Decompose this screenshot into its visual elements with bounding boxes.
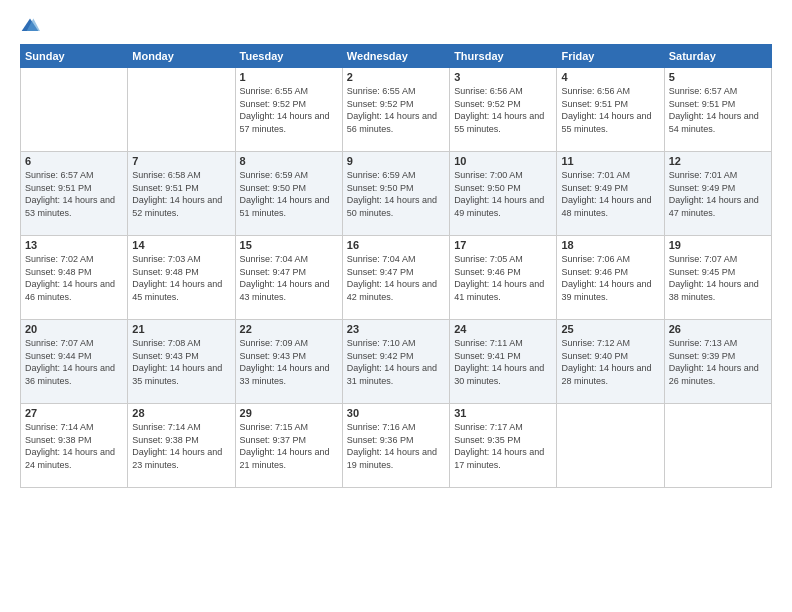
day-number: 3 (454, 71, 552, 83)
day-number: 24 (454, 323, 552, 335)
day-header-wednesday: Wednesday (342, 45, 449, 68)
day-info: Sunrise: 7:01 AMSunset: 9:49 PMDaylight:… (561, 169, 659, 219)
day-info: Sunrise: 7:14 AMSunset: 9:38 PMDaylight:… (132, 421, 230, 471)
day-number: 11 (561, 155, 659, 167)
calendar-cell: 29Sunrise: 7:15 AMSunset: 9:37 PMDayligh… (235, 404, 342, 488)
day-number: 9 (347, 155, 445, 167)
day-info: Sunrise: 7:11 AMSunset: 9:41 PMDaylight:… (454, 337, 552, 387)
calendar-page: SundayMondayTuesdayWednesdayThursdayFrid… (0, 0, 792, 612)
calendar-cell: 21Sunrise: 7:08 AMSunset: 9:43 PMDayligh… (128, 320, 235, 404)
day-info: Sunrise: 7:17 AMSunset: 9:35 PMDaylight:… (454, 421, 552, 471)
day-info: Sunrise: 7:04 AMSunset: 9:47 PMDaylight:… (240, 253, 338, 303)
calendar-cell: 23Sunrise: 7:10 AMSunset: 9:42 PMDayligh… (342, 320, 449, 404)
day-header-thursday: Thursday (450, 45, 557, 68)
calendar-cell: 6Sunrise: 6:57 AMSunset: 9:51 PMDaylight… (21, 152, 128, 236)
day-info: Sunrise: 7:00 AMSunset: 9:50 PMDaylight:… (454, 169, 552, 219)
calendar-cell: 10Sunrise: 7:00 AMSunset: 9:50 PMDayligh… (450, 152, 557, 236)
day-info: Sunrise: 7:05 AMSunset: 9:46 PMDaylight:… (454, 253, 552, 303)
calendar-cell: 3Sunrise: 6:56 AMSunset: 9:52 PMDaylight… (450, 68, 557, 152)
calendar-week-row: 6Sunrise: 6:57 AMSunset: 9:51 PMDaylight… (21, 152, 772, 236)
calendar-cell (21, 68, 128, 152)
calendar-cell: 22Sunrise: 7:09 AMSunset: 9:43 PMDayligh… (235, 320, 342, 404)
calendar-cell: 9Sunrise: 6:59 AMSunset: 9:50 PMDaylight… (342, 152, 449, 236)
day-info: Sunrise: 7:01 AMSunset: 9:49 PMDaylight:… (669, 169, 767, 219)
calendar-cell: 25Sunrise: 7:12 AMSunset: 9:40 PMDayligh… (557, 320, 664, 404)
day-header-saturday: Saturday (664, 45, 771, 68)
day-header-friday: Friday (557, 45, 664, 68)
calendar-cell (664, 404, 771, 488)
calendar-cell: 24Sunrise: 7:11 AMSunset: 9:41 PMDayligh… (450, 320, 557, 404)
day-number: 7 (132, 155, 230, 167)
calendar-week-row: 20Sunrise: 7:07 AMSunset: 9:44 PMDayligh… (21, 320, 772, 404)
day-number: 5 (669, 71, 767, 83)
day-info: Sunrise: 7:06 AMSunset: 9:46 PMDaylight:… (561, 253, 659, 303)
calendar-cell: 18Sunrise: 7:06 AMSunset: 9:46 PMDayligh… (557, 236, 664, 320)
day-number: 17 (454, 239, 552, 251)
day-info: Sunrise: 6:55 AMSunset: 9:52 PMDaylight:… (240, 85, 338, 135)
day-info: Sunrise: 7:07 AMSunset: 9:44 PMDaylight:… (25, 337, 123, 387)
calendar-cell: 16Sunrise: 7:04 AMSunset: 9:47 PMDayligh… (342, 236, 449, 320)
day-info: Sunrise: 7:04 AMSunset: 9:47 PMDaylight:… (347, 253, 445, 303)
calendar-week-row: 1Sunrise: 6:55 AMSunset: 9:52 PMDaylight… (21, 68, 772, 152)
day-number: 23 (347, 323, 445, 335)
calendar-cell: 1Sunrise: 6:55 AMSunset: 9:52 PMDaylight… (235, 68, 342, 152)
day-number: 22 (240, 323, 338, 335)
day-header-tuesday: Tuesday (235, 45, 342, 68)
calendar-week-row: 13Sunrise: 7:02 AMSunset: 9:48 PMDayligh… (21, 236, 772, 320)
day-info: Sunrise: 7:14 AMSunset: 9:38 PMDaylight:… (25, 421, 123, 471)
calendar-cell: 17Sunrise: 7:05 AMSunset: 9:46 PMDayligh… (450, 236, 557, 320)
day-info: Sunrise: 7:13 AMSunset: 9:39 PMDaylight:… (669, 337, 767, 387)
calendar-cell: 2Sunrise: 6:55 AMSunset: 9:52 PMDaylight… (342, 68, 449, 152)
calendar-header-row: SundayMondayTuesdayWednesdayThursdayFrid… (21, 45, 772, 68)
logo-icon (20, 16, 40, 36)
calendar-cell: 5Sunrise: 6:57 AMSunset: 9:51 PMDaylight… (664, 68, 771, 152)
day-number: 16 (347, 239, 445, 251)
day-number: 20 (25, 323, 123, 335)
day-info: Sunrise: 7:03 AMSunset: 9:48 PMDaylight:… (132, 253, 230, 303)
logo (20, 16, 44, 36)
day-info: Sunrise: 6:59 AMSunset: 9:50 PMDaylight:… (347, 169, 445, 219)
calendar-cell: 4Sunrise: 6:56 AMSunset: 9:51 PMDaylight… (557, 68, 664, 152)
day-number: 14 (132, 239, 230, 251)
day-number: 1 (240, 71, 338, 83)
day-info: Sunrise: 7:12 AMSunset: 9:40 PMDaylight:… (561, 337, 659, 387)
day-info: Sunrise: 7:16 AMSunset: 9:36 PMDaylight:… (347, 421, 445, 471)
calendar-cell: 15Sunrise: 7:04 AMSunset: 9:47 PMDayligh… (235, 236, 342, 320)
day-number: 12 (669, 155, 767, 167)
day-number: 18 (561, 239, 659, 251)
day-number: 25 (561, 323, 659, 335)
calendar-cell: 19Sunrise: 7:07 AMSunset: 9:45 PMDayligh… (664, 236, 771, 320)
calendar-cell: 30Sunrise: 7:16 AMSunset: 9:36 PMDayligh… (342, 404, 449, 488)
day-number: 6 (25, 155, 123, 167)
day-info: Sunrise: 6:58 AMSunset: 9:51 PMDaylight:… (132, 169, 230, 219)
day-number: 27 (25, 407, 123, 419)
day-info: Sunrise: 7:15 AMSunset: 9:37 PMDaylight:… (240, 421, 338, 471)
day-info: Sunrise: 7:09 AMSunset: 9:43 PMDaylight:… (240, 337, 338, 387)
calendar-cell: 8Sunrise: 6:59 AMSunset: 9:50 PMDaylight… (235, 152, 342, 236)
calendar-cell: 7Sunrise: 6:58 AMSunset: 9:51 PMDaylight… (128, 152, 235, 236)
day-info: Sunrise: 6:55 AMSunset: 9:52 PMDaylight:… (347, 85, 445, 135)
day-info: Sunrise: 7:08 AMSunset: 9:43 PMDaylight:… (132, 337, 230, 387)
day-header-sunday: Sunday (21, 45, 128, 68)
day-info: Sunrise: 6:59 AMSunset: 9:50 PMDaylight:… (240, 169, 338, 219)
calendar-table: SundayMondayTuesdayWednesdayThursdayFrid… (20, 44, 772, 488)
day-number: 26 (669, 323, 767, 335)
calendar-cell: 28Sunrise: 7:14 AMSunset: 9:38 PMDayligh… (128, 404, 235, 488)
day-number: 2 (347, 71, 445, 83)
calendar-cell: 31Sunrise: 7:17 AMSunset: 9:35 PMDayligh… (450, 404, 557, 488)
day-info: Sunrise: 6:57 AMSunset: 9:51 PMDaylight:… (25, 169, 123, 219)
day-info: Sunrise: 7:07 AMSunset: 9:45 PMDaylight:… (669, 253, 767, 303)
day-number: 8 (240, 155, 338, 167)
day-info: Sunrise: 7:10 AMSunset: 9:42 PMDaylight:… (347, 337, 445, 387)
calendar-cell (557, 404, 664, 488)
day-number: 15 (240, 239, 338, 251)
calendar-cell: 14Sunrise: 7:03 AMSunset: 9:48 PMDayligh… (128, 236, 235, 320)
day-number: 13 (25, 239, 123, 251)
day-number: 31 (454, 407, 552, 419)
header (20, 16, 772, 36)
day-header-monday: Monday (128, 45, 235, 68)
day-number: 28 (132, 407, 230, 419)
calendar-cell: 20Sunrise: 7:07 AMSunset: 9:44 PMDayligh… (21, 320, 128, 404)
day-number: 29 (240, 407, 338, 419)
calendar-cell: 12Sunrise: 7:01 AMSunset: 9:49 PMDayligh… (664, 152, 771, 236)
